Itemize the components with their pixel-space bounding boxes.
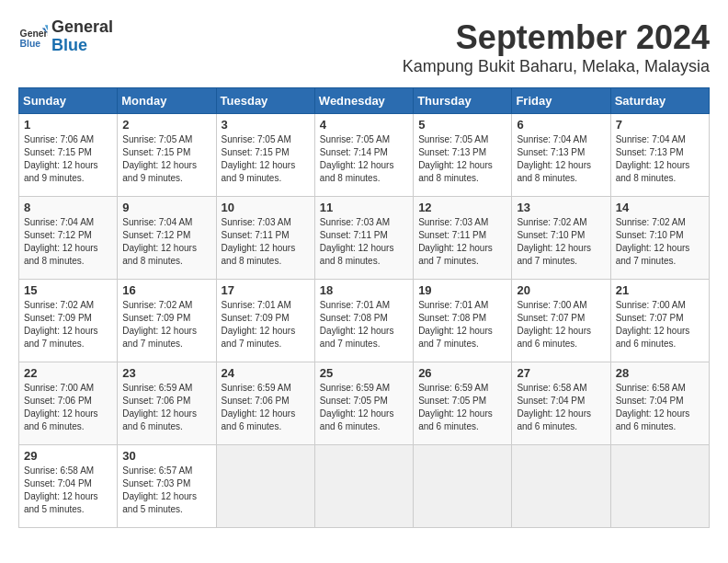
table-row (314, 445, 413, 528)
day-number: 20 (517, 283, 605, 297)
day-number: 19 (418, 283, 506, 297)
day-info: Sunrise: 7:04 AMSunset: 7:12 PMDaylight:… (122, 216, 210, 268)
table-row: 21Sunrise: 7:00 AMSunset: 7:07 PMDayligh… (610, 280, 709, 362)
day-info: Sunrise: 7:06 AMSunset: 7:15 PMDaylight:… (24, 133, 112, 185)
month-title: September 2024 (403, 18, 710, 57)
table-row: 23Sunrise: 6:59 AMSunset: 7:06 PMDayligh… (118, 362, 216, 445)
table-row: 29Sunrise: 6:58 AMSunset: 7:04 PMDayligh… (19, 445, 118, 528)
logo-icon: General Blue (18, 22, 48, 52)
table-row: 1Sunrise: 7:06 AMSunset: 7:15 PMDaylight… (19, 114, 118, 197)
table-row: 30Sunrise: 6:57 AMSunset: 7:03 PMDayligh… (118, 445, 216, 528)
day-info: Sunrise: 6:59 AMSunset: 7:05 PMDaylight:… (320, 382, 408, 433)
header-saturday: Saturday (610, 88, 709, 114)
day-info: Sunrise: 7:00 AMSunset: 7:07 PMDaylight:… (616, 299, 704, 350)
table-row: 28Sunrise: 6:58 AMSunset: 7:04 PMDayligh… (610, 362, 709, 445)
day-number: 7 (616, 118, 704, 132)
day-number: 5 (418, 118, 506, 132)
day-info: Sunrise: 7:02 AMSunset: 7:09 PMDaylight:… (24, 299, 112, 350)
table-row: 22Sunrise: 7:00 AMSunset: 7:06 PMDayligh… (19, 362, 118, 445)
day-number: 3 (222, 118, 310, 132)
logo: General Blue General Blue (18, 18, 113, 55)
day-info: Sunrise: 7:05 AMSunset: 7:15 PMDaylight:… (222, 133, 310, 185)
day-info: Sunrise: 6:59 AMSunset: 7:05 PMDaylight:… (418, 382, 506, 433)
calendar-week-1: 1Sunrise: 7:06 AMSunset: 7:15 PMDaylight… (19, 114, 710, 197)
day-info: Sunrise: 6:57 AMSunset: 7:03 PMDaylight:… (122, 465, 210, 516)
header-sunday: Sunday (19, 88, 118, 114)
day-info: Sunrise: 7:04 AMSunset: 7:13 PMDaylight:… (517, 133, 605, 185)
table-row: 16Sunrise: 7:02 AMSunset: 7:09 PMDayligh… (118, 280, 216, 362)
day-number: 10 (222, 201, 310, 214)
title-section: September 2024 Kampung Bukit Baharu, Mel… (403, 18, 710, 76)
table-row: 6Sunrise: 7:04 AMSunset: 7:13 PMDaylight… (512, 114, 610, 197)
day-info: Sunrise: 7:00 AMSunset: 7:07 PMDaylight:… (517, 299, 605, 350)
table-row: 7Sunrise: 7:04 AMSunset: 7:13 PMDaylight… (610, 114, 709, 197)
day-number: 23 (122, 366, 210, 380)
day-number: 14 (616, 201, 704, 214)
table-row: 17Sunrise: 7:01 AMSunset: 7:09 PMDayligh… (216, 280, 314, 362)
day-number: 9 (122, 201, 210, 214)
day-info: Sunrise: 7:05 AMSunset: 7:14 PMDaylight:… (320, 133, 408, 185)
day-number: 17 (222, 283, 310, 297)
day-number: 18 (320, 283, 408, 297)
table-row: 19Sunrise: 7:01 AMSunset: 7:08 PMDayligh… (414, 280, 512, 362)
day-number: 28 (616, 366, 704, 380)
day-number: 22 (24, 366, 112, 380)
day-number: 6 (517, 118, 605, 132)
day-number: 27 (517, 366, 605, 380)
day-number: 29 (24, 449, 112, 463)
table-row: 27Sunrise: 6:58 AMSunset: 7:04 PMDayligh… (512, 362, 610, 445)
day-info: Sunrise: 7:03 AMSunset: 7:11 PMDaylight:… (222, 216, 310, 268)
table-row: 2Sunrise: 7:05 AMSunset: 7:15 PMDaylight… (118, 114, 216, 197)
calendar-week-2: 8Sunrise: 7:04 AMSunset: 7:12 PMDaylight… (19, 197, 710, 280)
day-number: 25 (320, 366, 408, 380)
table-row: 14Sunrise: 7:02 AMSunset: 7:10 PMDayligh… (610, 197, 709, 280)
table-row: 3Sunrise: 7:05 AMSunset: 7:15 PMDaylight… (216, 114, 314, 197)
day-info: Sunrise: 7:03 AMSunset: 7:11 PMDaylight:… (418, 216, 506, 268)
day-info: Sunrise: 7:02 AMSunset: 7:10 PMDaylight:… (616, 216, 704, 268)
day-info: Sunrise: 7:03 AMSunset: 7:11 PMDaylight:… (320, 216, 408, 268)
day-info: Sunrise: 7:05 AMSunset: 7:15 PMDaylight:… (122, 133, 210, 185)
header-tuesday: Tuesday (216, 88, 314, 114)
day-number: 4 (320, 118, 408, 132)
table-row: 18Sunrise: 7:01 AMSunset: 7:08 PMDayligh… (314, 280, 413, 362)
header-wednesday: Wednesday (314, 88, 413, 114)
table-row (216, 445, 314, 528)
day-info: Sunrise: 6:58 AMSunset: 7:04 PMDaylight:… (24, 465, 112, 516)
day-number: 24 (222, 366, 310, 380)
logo-blue: Blue (51, 37, 113, 55)
day-number: 8 (24, 201, 112, 214)
table-row: 11Sunrise: 7:03 AMSunset: 7:11 PMDayligh… (314, 197, 413, 280)
day-info: Sunrise: 7:01 AMSunset: 7:08 PMDaylight:… (418, 299, 506, 350)
table-row: 26Sunrise: 6:59 AMSunset: 7:05 PMDayligh… (414, 362, 512, 445)
table-row: 9Sunrise: 7:04 AMSunset: 7:12 PMDaylight… (118, 197, 216, 280)
table-row (512, 445, 610, 528)
day-info: Sunrise: 7:04 AMSunset: 7:12 PMDaylight:… (24, 216, 112, 268)
header-thursday: Thursday (414, 88, 512, 114)
day-info: Sunrise: 6:59 AMSunset: 7:06 PMDaylight:… (122, 382, 210, 433)
day-info: Sunrise: 7:04 AMSunset: 7:13 PMDaylight:… (616, 133, 704, 185)
day-info: Sunrise: 6:59 AMSunset: 7:06 PMDaylight:… (222, 382, 310, 433)
day-number: 21 (616, 283, 704, 297)
table-row: 20Sunrise: 7:00 AMSunset: 7:07 PMDayligh… (512, 280, 610, 362)
day-number: 11 (320, 201, 408, 214)
table-row: 13Sunrise: 7:02 AMSunset: 7:10 PMDayligh… (512, 197, 610, 280)
day-info: Sunrise: 6:58 AMSunset: 7:04 PMDaylight:… (517, 382, 605, 433)
day-number: 30 (122, 449, 210, 463)
day-number: 16 (122, 283, 210, 297)
logo-general: General (51, 18, 113, 37)
day-info: Sunrise: 7:02 AMSunset: 7:09 PMDaylight:… (122, 299, 210, 350)
table-row: 4Sunrise: 7:05 AMSunset: 7:14 PMDaylight… (314, 114, 413, 197)
day-number: 12 (418, 201, 506, 214)
day-info: Sunrise: 7:05 AMSunset: 7:13 PMDaylight:… (418, 133, 506, 185)
day-number: 13 (517, 201, 605, 214)
location-title: Kampung Bukit Baharu, Melaka, Malaysia (403, 57, 710, 76)
calendar-table: Sunday Monday Tuesday Wednesday Thursday… (18, 87, 710, 528)
table-row: 8Sunrise: 7:04 AMSunset: 7:12 PMDaylight… (19, 197, 118, 280)
table-row: 25Sunrise: 6:59 AMSunset: 7:05 PMDayligh… (314, 362, 413, 445)
day-number: 2 (122, 118, 210, 132)
calendar-week-3: 15Sunrise: 7:02 AMSunset: 7:09 PMDayligh… (19, 280, 710, 362)
day-info: Sunrise: 7:00 AMSunset: 7:06 PMDaylight:… (24, 382, 112, 433)
calendar-week-5: 29Sunrise: 6:58 AMSunset: 7:04 PMDayligh… (19, 445, 710, 528)
header-monday: Monday (118, 88, 216, 114)
table-row: 12Sunrise: 7:03 AMSunset: 7:11 PMDayligh… (414, 197, 512, 280)
